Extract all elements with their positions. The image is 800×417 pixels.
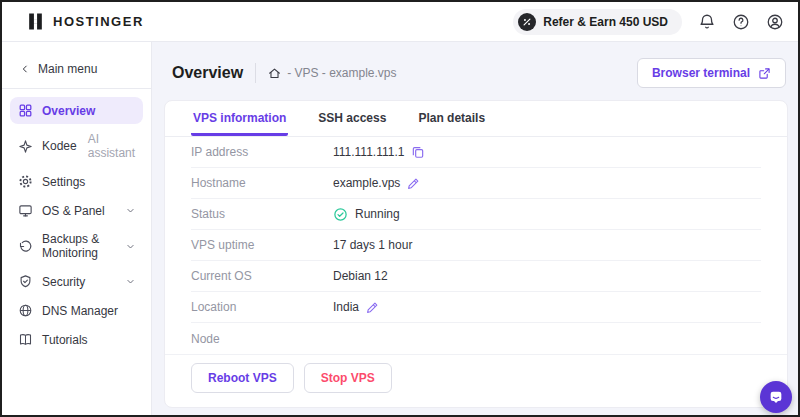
tab-plan-details[interactable]: Plan details	[416, 101, 487, 136]
chevron-down-icon	[126, 206, 135, 215]
gear-icon	[18, 174, 33, 189]
chat-bubble-icon	[768, 389, 784, 405]
sidebar-item-label: OS & Panel	[42, 204, 117, 218]
topbar: HOSTINGER Refer & Earn 450 USD	[2, 2, 798, 42]
chat-widget-button[interactable]	[760, 381, 792, 413]
help-button[interactable]	[732, 13, 750, 31]
row-status: Status Running	[191, 199, 761, 230]
location-value: India	[333, 300, 359, 314]
notifications-button[interactable]	[698, 13, 716, 31]
sparkle-icon	[18, 139, 33, 154]
external-link-icon	[758, 67, 771, 80]
account-icon	[766, 13, 784, 31]
row-label: Location	[191, 300, 333, 314]
chevron-down-icon	[126, 277, 135, 286]
refer-earn-label: Refer & Earn 450 USD	[543, 15, 668, 29]
account-button[interactable]	[766, 13, 784, 31]
sidebar-item-os-panel[interactable]: OS & Panel	[10, 197, 143, 224]
dashboard-grid-icon	[18, 103, 33, 118]
sidebar-divider	[2, 88, 151, 89]
row-vps-uptime: VPS uptime 17 days 1 hour	[191, 230, 761, 261]
hostname-value: example.vps	[333, 176, 400, 190]
sidebar-item-label: Settings	[42, 175, 85, 189]
bell-icon	[698, 13, 716, 31]
row-node: Node	[191, 323, 761, 354]
uptime-value: 17 days 1 hour	[333, 238, 412, 252]
refer-earn-icon	[518, 13, 536, 31]
vps-info-card: VPS information SSH access Plan details …	[164, 100, 788, 408]
row-location: Location India	[191, 292, 761, 323]
stop-vps-button[interactable]: Stop VPS	[304, 363, 392, 393]
topbar-actions: Refer & Earn 450 USD	[513, 9, 784, 35]
sidebar-item-backups-monitoring[interactable]: Backups & Monitoring	[10, 226, 143, 266]
app-window: HOSTINGER Refer & Earn 450 USD	[0, 0, 800, 417]
sidebar-back-label: Main menu	[38, 62, 97, 76]
sidebar-back-main-menu[interactable]: Main menu	[2, 54, 151, 88]
chevron-left-icon	[20, 64, 30, 74]
sidebar-item-label: Tutorials	[42, 333, 88, 347]
sidebar-item-label: Overview	[42, 104, 95, 118]
status-value: Running	[355, 207, 400, 221]
row-current-os: Current OS Debian 12	[191, 261, 761, 292]
sidebar-item-security[interactable]: Security	[10, 268, 143, 295]
sidebar-item-settings[interactable]: Settings	[10, 168, 143, 195]
tab-bar: VPS information SSH access Plan details	[165, 101, 787, 137]
breadcrumb: - VPS - example.vps	[268, 66, 396, 80]
row-label: Node	[191, 332, 333, 346]
home-icon[interactable]	[268, 67, 281, 80]
copy-icon[interactable]	[411, 145, 425, 159]
row-hostname: Hostname example.vps	[191, 168, 761, 199]
page-header: Overview - VPS - example.vps Browser ter…	[164, 56, 788, 100]
browser-terminal-label: Browser terminal	[652, 66, 750, 80]
tab-ssh-access[interactable]: SSH access	[316, 101, 388, 136]
refer-earn-button[interactable]: Refer & Earn 450 USD	[513, 9, 682, 35]
row-label: IP address	[191, 145, 333, 159]
breadcrumb-text: - VPS - example.vps	[287, 66, 396, 80]
row-label: VPS uptime	[191, 238, 333, 252]
sidebar-item-sublabel: AI assistant	[88, 132, 135, 160]
sidebar-item-dns-manager[interactable]: DNS Manager	[10, 297, 143, 324]
vps-info-rows: IP address 111.111.111.1 Hostname exampl…	[165, 137, 787, 354]
row-label: Hostname	[191, 176, 333, 190]
status-running-icon	[333, 207, 348, 222]
shield-check-icon	[18, 274, 33, 289]
sidebar-item-tutorials[interactable]: Tutorials	[10, 326, 143, 353]
ip-address-value: 111.111.111.1	[333, 145, 404, 159]
history-icon	[18, 239, 33, 254]
main-content: Overview - VPS - example.vps Browser ter…	[152, 42, 798, 415]
page-title: Overview	[172, 64, 243, 82]
hostinger-logo-icon	[26, 12, 45, 31]
sidebar-item-label: Backups & Monitoring	[42, 232, 117, 260]
reboot-vps-button[interactable]: Reboot VPS	[191, 363, 294, 393]
edit-pencil-icon[interactable]	[407, 177, 420, 190]
row-label: Status	[191, 207, 333, 221]
help-icon	[732, 13, 750, 31]
header-divider	[255, 63, 256, 83]
chevron-down-icon	[126, 242, 135, 251]
sidebar-item-overview[interactable]: Overview	[10, 97, 143, 124]
hostinger-logo[interactable]: HOSTINGER	[26, 12, 144, 31]
browser-terminal-button[interactable]: Browser terminal	[637, 58, 786, 88]
sidebar-item-label: Kodee	[42, 139, 77, 153]
current-os-value: Debian 12	[333, 269, 388, 283]
sidebar: Main menu Overview Kodee AI assistant	[2, 42, 152, 415]
sidebar-item-label: DNS Manager	[42, 304, 118, 318]
book-icon	[18, 332, 33, 347]
edit-pencil-icon[interactable]	[366, 301, 379, 314]
vps-action-buttons: Reboot VPS Stop VPS	[165, 354, 787, 407]
globe-icon	[18, 303, 33, 318]
tab-vps-information[interactable]: VPS information	[191, 101, 288, 136]
brand-name: HOSTINGER	[53, 14, 144, 29]
sidebar-item-label: Security	[42, 275, 117, 289]
monitor-icon	[18, 203, 33, 218]
sidebar-item-kodee[interactable]: Kodee AI assistant	[10, 126, 143, 166]
row-label: Current OS	[191, 269, 333, 283]
row-ip-address: IP address 111.111.111.1	[191, 137, 761, 168]
